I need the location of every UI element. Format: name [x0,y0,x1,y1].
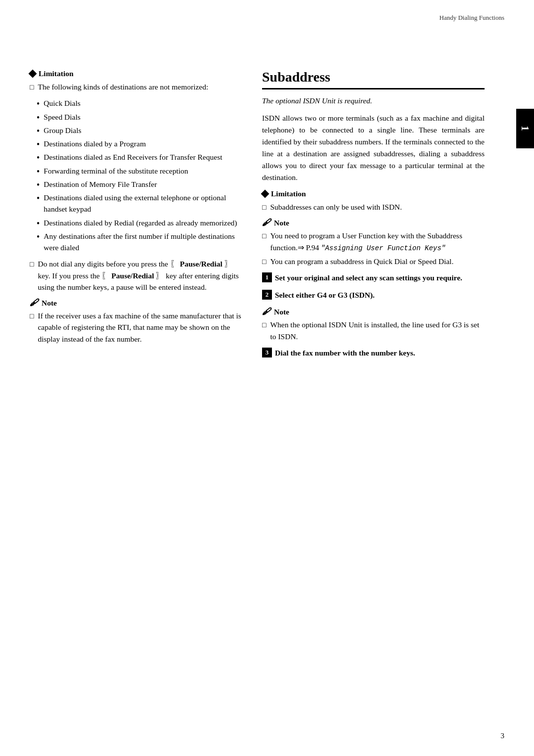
note-text-right-3: When the optional ISDN Unit is installed… [270,319,485,342]
limitation-header-left: Limitation [30,69,242,78]
page-header: Handy Dialing Functions [440,14,504,22]
bullet-dot: • [37,153,40,162]
list-item: • Destinations dialed by Redial (regarde… [37,217,242,228]
bullet-dot: • [37,127,40,135]
list-item: • Destinations dialed by a Program [37,138,242,149]
bullet-dot: • [37,194,40,203]
checkbox-sym: □ [30,82,34,92]
bullet-dot: • [37,99,40,108]
list-item: • Speed Dials [37,111,242,123]
step-1-text: Set your original and select any scan se… [275,272,462,283]
header-title: Handy Dialing Functions [440,14,504,21]
bullet-dot: • [37,232,40,241]
limitation-icon-right [261,190,269,198]
list-item: • Destinations dialed as End Receivers f… [37,151,242,163]
step-3-text: Dial the fax number with the number keys… [275,347,415,358]
checkbox-sym: □ [262,231,266,241]
note-label-left: Note [42,299,57,308]
checkbox-sym: □ [262,202,266,213]
bullet-text: Any destinations after the first number … [44,230,242,254]
checkbox-sym: □ [262,320,266,330]
list-item: □ The following kinds of destinations ar… [30,81,242,92]
note-icon-right-1: 🖋 [262,218,271,228]
bullet-text: Group Dials [44,125,81,136]
pause-redial-list: □ Do not dial any digits before you pres… [30,258,242,293]
step-1-block: 1 Set your original and select any scan … [262,272,485,283]
side-tab: 1 [516,109,534,148]
limitation-list-right: □ Subaddresses can only be used with ISD… [262,201,485,213]
list-item: • Any destinations after the first numbe… [37,230,242,254]
note-list-left: □ If the receiver uses a fax machine of … [30,310,242,345]
bullet-text: Destinations dialed using the external t… [44,192,242,215]
content-columns: Limitation □ The following kinds of dest… [0,30,534,394]
step-3-header: 3 Dial the fax number with the number ke… [262,347,485,358]
right-column: Subaddress The optional ISDN Unit is req… [262,69,504,364]
step-2-num: 2 [262,290,272,300]
list-item: • Destinations dialed using the external… [37,192,242,215]
bullet-text: Destinations dialed by Redial (regarded … [44,217,237,228]
step-2-header: 2 Select either G4 or G3 (ISDN). [262,289,485,301]
step-3-block: 3 Dial the fax number with the number ke… [262,347,485,358]
bullet-text: Destination of Memory File Transfer [44,178,157,190]
note-label-right-1: Note [274,219,289,227]
step-2-text: Select either G4 or G3 (ISDN). [275,289,375,301]
note-header-right-2: 🖋 Note [262,307,485,317]
bullet-text: Destinations dialed as End Receivers for… [44,151,222,163]
pause-redial-text: Do not dial any digits before you press … [38,258,242,293]
limitation-label-left: Limitation [39,69,74,78]
bullet-dot: • [37,113,40,122]
step-1-num: 1 [262,272,272,282]
bullet-dot: • [37,180,40,189]
note-list-right-2: □ When the optional ISDN Unit is install… [262,319,485,342]
limitation-header-right: Limitation [262,189,485,198]
list-item: □ Do not dial any digits before you pres… [30,258,242,293]
step-2-block: 2 Select either G4 or G3 (ISDN). [262,289,485,301]
page-number: 3 [501,732,505,740]
note-list-right-1: □ You need to program a User Function ke… [262,230,485,267]
left-column: Limitation □ The following kinds of dest… [30,69,242,364]
step-3-num: 3 [262,348,272,357]
step-1-header: 1 Set your original and select any scan … [262,272,485,283]
checkbox-sym: □ [262,257,266,267]
note-label-right-2: Note [274,308,289,316]
list-item: • Destination of Memory File Transfer [37,178,242,190]
limitation-text-right: Subaddresses can only be used with ISDN. [270,201,401,213]
note-text-right-1: You need to program a User Function key … [270,230,485,253]
list-item: □ If the receiver uses a fax machine of … [30,310,242,345]
list-item: □ You need to program a User Function ke… [262,230,485,253]
list-item: □ Subaddresses can only be used with ISD… [262,201,485,213]
bullet-list-left: • Quick Dials • Speed Dials • Group Dial… [37,97,242,253]
bullet-text: Destinations dialed by a Program [44,138,146,149]
checkbox-sym: □ [30,259,34,269]
bullet-text: Forwarding terminal of the substitute re… [44,165,188,177]
list-item: • Forwarding terminal of the substitute … [37,165,242,177]
note-icon-left: 🖋 [30,298,39,308]
note-text-right-2: You can program a subaddress in Quick Di… [270,256,453,267]
limitation-list-left: □ The following kinds of destinations ar… [30,81,242,92]
list-item: □ You can program a subaddress in Quick … [262,256,485,267]
list-item: • Quick Dials [37,97,242,109]
limitation-text: The following kinds of destinations are … [38,81,208,92]
checkbox-sym: □ [30,311,34,321]
list-item: □ When the optional ISDN Unit is install… [262,319,485,342]
limitation-label-right: Limitation [271,189,306,198]
list-item: • Group Dials [37,125,242,136]
note-icon-right-2: 🖋 [262,307,271,317]
body-text: ISDN allows two or more terminals (such … [262,112,485,183]
bullet-text: Speed Dials [44,111,80,123]
limitation-icon-left [29,70,37,78]
bullet-dot: • [37,167,40,176]
section-title: Subaddress [262,69,485,89]
note-header-right-1: 🖋 Note [262,218,485,228]
bullet-dot: • [37,219,40,228]
bullet-dot: • [37,140,40,149]
bullet-text: Quick Dials [44,97,80,109]
page-container: Handy Dialing Functions 1 3 Limitation □… [0,0,534,756]
note-header-left: 🖋 Note [30,298,242,308]
section-subtitle: The optional ISDN Unit is required. [262,96,485,105]
note-text-left: If the receiver uses a fax machine of th… [38,310,242,345]
